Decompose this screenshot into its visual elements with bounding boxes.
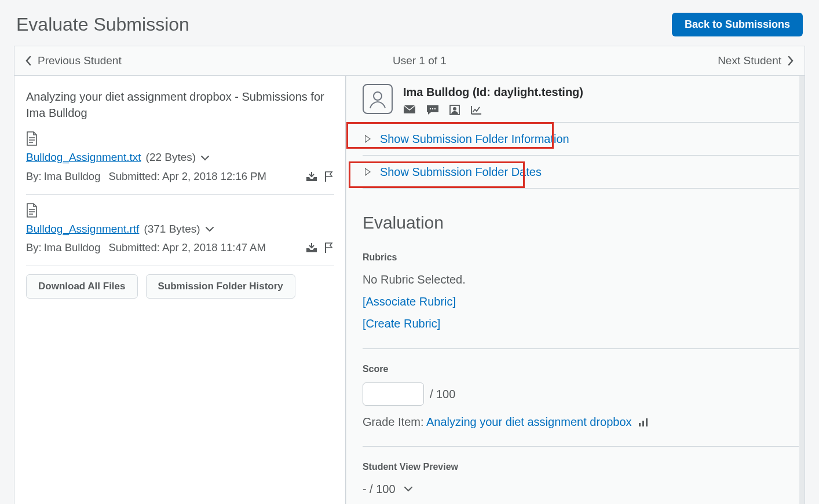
chevron-down-icon[interactable] (404, 485, 413, 492)
chevron-down-icon[interactable] (205, 226, 214, 233)
user-name: Ima Bulldog (Id: daylight.testing) (403, 84, 583, 100)
svg-rect-8 (642, 421, 644, 426)
show-folder-dates-link[interactable]: Show Submission Folder Dates (380, 164, 542, 180)
inbox-icon[interactable] (305, 171, 318, 182)
expand-triangle-icon[interactable] (365, 135, 371, 143)
submitted-value: Apr 2, 2018 12:16 PM (162, 169, 266, 184)
chat-icon[interactable] (426, 105, 439, 115)
by-label: By: (26, 240, 42, 255)
no-rubric-text: No Rubric Selected. (363, 271, 799, 288)
submissions-heading: Analyzing your diet assignment dropbox -… (26, 89, 334, 121)
student-nav-strip: Previous Student User 1 of 1 Next Studen… (14, 46, 805, 76)
score-input[interactable] (363, 382, 424, 406)
submitted-value: Apr 2, 2018 11:47 AM (162, 240, 266, 255)
document-icon (26, 131, 38, 146)
back-to-submissions-button[interactable]: Back to Submissions (672, 13, 803, 36)
file-size: (22 Bytes) (146, 150, 196, 165)
chevron-right-icon (787, 56, 794, 66)
document-icon (26, 203, 38, 218)
svg-point-0 (374, 92, 382, 100)
page-title: Evaluate Submission (16, 12, 189, 38)
preview-label: Student View Preview (363, 461, 799, 473)
svg-point-2 (430, 108, 431, 109)
inbox-icon[interactable] (305, 242, 318, 253)
preview-value: - / 100 (363, 481, 396, 497)
user-position: User 1 of 1 (393, 53, 447, 69)
score-denominator: / 100 (430, 386, 455, 402)
chevron-left-icon (25, 56, 32, 66)
score-label: Score (363, 363, 799, 376)
svg-point-3 (432, 108, 433, 109)
grade-item-label: Grade Item: (363, 415, 424, 428)
avatar (363, 84, 393, 114)
by-label: By: (26, 169, 42, 184)
file-name-link[interactable]: Bulldog_Assignment.rtf (26, 222, 139, 237)
profile-icon[interactable] (449, 105, 460, 115)
by-value: Ima Bulldog (44, 169, 101, 184)
submitted-label: Submitted: (108, 240, 159, 255)
evaluation-panel: Ima Bulldog (Id: daylight.testing) Show … (346, 76, 805, 504)
previous-student-label: Previous Student (38, 53, 122, 69)
flag-icon[interactable] (324, 171, 334, 182)
download-all-button[interactable]: Download All Files (26, 274, 138, 299)
previous-student-button[interactable]: Previous Student (25, 53, 122, 69)
file-size: (371 Bytes) (144, 222, 200, 237)
expand-triangle-icon[interactable] (365, 168, 371, 176)
create-rubric-link[interactable]: [Create Rubric] (363, 317, 441, 330)
svg-rect-7 (639, 423, 641, 426)
submitted-label: Submitted: (108, 169, 159, 184)
progress-icon[interactable] (470, 105, 482, 115)
submission-history-button[interactable]: Submission Folder History (146, 274, 295, 299)
associate-rubric-link[interactable]: [Associate Rubric] (363, 295, 456, 308)
next-student-button[interactable]: Next Student (718, 53, 794, 69)
evaluation-heading: Evaluation (363, 211, 799, 235)
submission-file: Bulldog_Assignment.rtf (371 Bytes) By: I… (26, 203, 334, 266)
stats-icon[interactable] (638, 418, 649, 427)
submissions-panel: Analyzing your diet assignment dropbox -… (14, 76, 346, 504)
email-icon[interactable] (403, 105, 416, 114)
chevron-down-icon[interactable] (200, 154, 210, 161)
svg-point-6 (453, 107, 456, 111)
submission-file: Bulldog_Assignment.txt (22 Bytes) By: Im… (26, 131, 334, 194)
svg-rect-9 (646, 418, 648, 426)
show-folder-info-link[interactable]: Show Submission Folder Information (380, 131, 569, 147)
rubrics-label: Rubrics (363, 251, 799, 264)
by-value: Ima Bulldog (44, 240, 101, 255)
svg-point-4 (434, 108, 436, 109)
grade-item-link[interactable]: Analyzing your diet assignment dropbox (426, 415, 632, 428)
file-name-link[interactable]: Bulldog_Assignment.txt (26, 150, 141, 165)
flag-icon[interactable] (324, 242, 334, 253)
next-student-label: Next Student (718, 53, 781, 69)
person-icon (367, 89, 388, 109)
